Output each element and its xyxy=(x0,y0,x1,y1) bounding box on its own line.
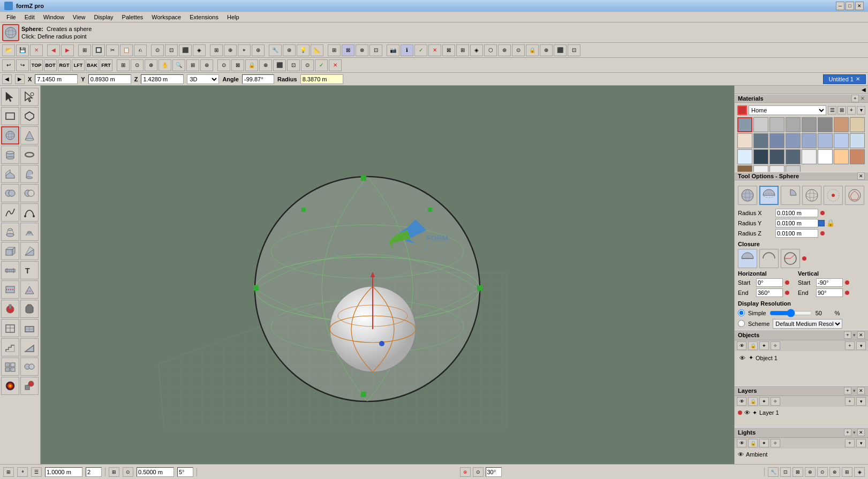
status-lock-btn[interactable]: ⊞ xyxy=(109,467,119,477)
sphere-mode-custom[interactable] xyxy=(845,186,864,205)
radius-x-input[interactable] xyxy=(775,209,818,217)
status-check-btn[interactable]: ⊙ xyxy=(473,467,484,477)
status-x-btn[interactable]: ⊗ xyxy=(460,467,471,477)
material-swatch-0[interactable] xyxy=(737,117,752,132)
panel-collapse-arrow[interactable]: ◀ xyxy=(862,87,866,93)
material-swatch-15[interactable] xyxy=(850,133,865,148)
canvas-area[interactable]: FORM Z xyxy=(41,86,734,464)
colorize-tool[interactable] xyxy=(1,377,19,395)
lights-star-btn2[interactable]: ✦ xyxy=(759,439,769,447)
lights-lock-btn2[interactable]: 🔒 xyxy=(748,439,758,447)
window-controls[interactable]: ─ □ ✕ xyxy=(836,2,864,10)
link-checkbox[interactable] xyxy=(818,220,825,226)
measure-tool[interactable] xyxy=(1,261,19,279)
select-button[interactable]: ⊡ xyxy=(568,44,580,56)
layers-ghost-btn[interactable]: ✧ xyxy=(771,397,780,406)
menu-workspace[interactable]: Workspace xyxy=(147,13,185,21)
menu-help[interactable]: Help xyxy=(223,13,244,21)
clip-btn[interactable]: ⊠ xyxy=(231,59,244,71)
face-tool[interactable] xyxy=(20,280,39,299)
menu-extensions[interactable]: Extensions xyxy=(185,13,223,21)
simple-radio[interactable] xyxy=(738,309,745,316)
status-grid-btn[interactable]: ⊙ xyxy=(123,467,133,477)
instance-tool[interactable] xyxy=(20,358,39,376)
layers-star-btn[interactable]: ✦ xyxy=(759,397,769,406)
materials-home-select[interactable]: Home xyxy=(749,105,826,115)
paint-tool[interactable] xyxy=(1,300,19,318)
obj-vis-all-btn[interactable]: 👁 xyxy=(737,341,746,350)
status-tool-5[interactable]: ⊙ xyxy=(817,467,828,477)
material-swatch-23[interactable] xyxy=(850,149,865,164)
lights-collapse-btn[interactable]: ▾ xyxy=(853,430,856,435)
status-tool-2[interactable]: ⊡ xyxy=(780,467,791,477)
layers-collapse-btn[interactable]: ▾ xyxy=(853,388,856,393)
status-tool-6[interactable]: ⊗ xyxy=(829,467,840,477)
wedge-tool[interactable] xyxy=(20,242,39,260)
lights-vis-btn[interactable]: 👁 xyxy=(737,439,746,447)
simple-slider[interactable] xyxy=(769,309,812,317)
material-swatch-1[interactable] xyxy=(753,117,768,132)
copy-button[interactable]: 📋 xyxy=(120,44,133,56)
walk-btn[interactable]: ⊡ xyxy=(287,59,300,71)
material-swatch-4[interactable] xyxy=(802,117,817,132)
scheme-select[interactable]: Default Medium Resolution Low Resolution… xyxy=(773,319,842,329)
v-start-input[interactable] xyxy=(816,278,843,287)
cylinder-tool[interactable] xyxy=(1,146,19,164)
bucket-tool[interactable] xyxy=(20,300,39,318)
maximize-button[interactable]: □ xyxy=(846,2,854,10)
add-view-btn[interactable]: ✕ xyxy=(329,59,342,71)
status-btn-3[interactable]: ☰ xyxy=(31,467,42,477)
status-tool-8[interactable]: ◈ xyxy=(854,467,865,477)
lights-menu-btn[interactable]: ▾ xyxy=(856,439,866,447)
layers-add-btn2[interactable]: + xyxy=(845,397,855,406)
tab-close-icon[interactable]: ✕ xyxy=(856,76,860,82)
open-button[interactable]: 📂 xyxy=(2,44,15,56)
wireframe-view-btn[interactable]: ⊞ xyxy=(117,59,130,71)
material-swatch-5[interactable] xyxy=(818,117,833,132)
layers-vis-button[interactable]: ⊠ xyxy=(442,44,455,56)
intersect-button[interactable]: ⌖ xyxy=(238,44,251,56)
lights-add-btn3[interactable]: + xyxy=(845,439,855,447)
display-shade-button[interactable]: ⊠ xyxy=(342,44,354,56)
material-swatch-21[interactable] xyxy=(818,149,833,164)
menu-window[interactable]: Window xyxy=(39,13,69,21)
light-button[interactable]: 💡 xyxy=(297,44,310,56)
material-swatch-6[interactable] xyxy=(834,117,849,132)
check-button[interactable]: ✓ xyxy=(414,44,427,56)
union-tool[interactable] xyxy=(1,184,19,202)
symbol-tool[interactable] xyxy=(1,358,19,376)
material-swatch-20[interactable] xyxy=(802,149,817,164)
sym-button[interactable]: ⬡ xyxy=(484,44,497,56)
status-tool-4[interactable]: ⊕ xyxy=(805,467,816,477)
current-material-swatch[interactable] xyxy=(737,105,747,115)
obj-lock-all-btn[interactable]: 🔒 xyxy=(748,341,758,350)
close-file-button[interactable]: ✕ xyxy=(30,44,43,56)
union-button[interactable]: ⊞ xyxy=(210,44,223,56)
section-btn[interactable]: ⊙ xyxy=(217,59,230,71)
stair-tool[interactable] xyxy=(1,338,19,356)
material-swatch-2[interactable] xyxy=(769,117,784,132)
radius-input[interactable] xyxy=(300,74,343,84)
sphere-mode-arc[interactable] xyxy=(781,186,800,205)
material-swatch-7[interactable] xyxy=(850,117,865,132)
render-button[interactable]: ⊛ xyxy=(283,44,296,56)
nav-prev-btn[interactable]: ◀ xyxy=(2,74,12,84)
undo-button[interactable]: ◀ xyxy=(47,44,60,56)
view-tb-btn[interactable]: ↩ xyxy=(2,59,15,71)
layers-lock-btn[interactable]: 🔒 xyxy=(748,397,758,406)
menu-view[interactable]: View xyxy=(69,13,90,21)
layers-add-btn[interactable]: + xyxy=(844,387,851,394)
material-swatch-18[interactable] xyxy=(769,149,784,164)
cut-button[interactable]: ✂ xyxy=(106,44,119,56)
grid-size-input[interactable] xyxy=(137,467,174,477)
menu-file[interactable]: File xyxy=(2,13,20,21)
materials-collapse-btn[interactable]: ✕ xyxy=(861,96,865,101)
ramp-tool[interactable] xyxy=(20,338,39,356)
save-button[interactable]: 💾 xyxy=(16,44,29,56)
spline-tool[interactable] xyxy=(20,203,39,222)
camera-button[interactable]: 📷 xyxy=(387,44,399,56)
display-hidden-button[interactable]: ⊡ xyxy=(369,44,382,56)
extrude-tool[interactable] xyxy=(1,165,19,183)
grid-button[interactable]: ⊞ xyxy=(78,44,91,56)
sphere-mode-half[interactable] xyxy=(759,186,779,205)
